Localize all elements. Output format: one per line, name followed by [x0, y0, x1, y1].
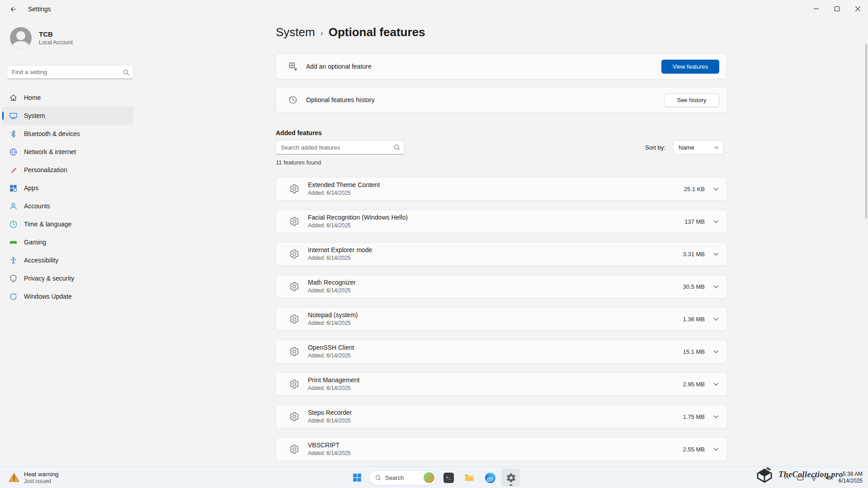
optional-features-history-card: Optional features history See history: [276, 87, 727, 113]
windows-logo-icon: [352, 473, 362, 483]
close-icon: [855, 6, 860, 11]
component-gear-icon: [289, 346, 300, 357]
feature-row[interactable]: Math Recognizer Added: 6/14/2025 30.5 MB: [276, 275, 727, 298]
active-indicator: [2, 112, 4, 120]
expand-chevron-button[interactable]: [709, 312, 723, 326]
expand-chevron-button[interactable]: [709, 247, 723, 261]
component-gear-icon: [289, 411, 300, 422]
active-app-indicator: [509, 484, 513, 486]
expand-chevron-button[interactable]: [709, 377, 723, 391]
sidebar-item-personalization[interactable]: Personalization: [2, 161, 133, 179]
widgets-weather-button[interactable]: Heat warning Just issued: [4, 468, 63, 487]
sidebar-item-bluetooth-devices[interactable]: Bluetooth & devices: [2, 125, 133, 143]
tray-chevron-button[interactable]: [781, 470, 792, 485]
back-button[interactable]: [5, 3, 21, 15]
expand-chevron-button[interactable]: [709, 215, 723, 228]
tray-clock[interactable]: 5:38 AM 6/14/2025: [836, 471, 865, 484]
sidebar-item-label: Privacy & security: [24, 275, 74, 282]
scrollbar-thumb[interactable]: [865, 43, 867, 219]
expand-chevron-button[interactable]: [709, 410, 723, 423]
add-feature-label: Add an optional feature: [306, 63, 372, 70]
feature-name: Notepad (system): [308, 311, 358, 319]
sidebar-item-home[interactable]: Home: [2, 89, 133, 107]
edge-browser-button[interactable]: [481, 469, 499, 487]
component-gear-icon: [289, 216, 300, 227]
sidebar-search: [7, 65, 133, 79]
feature-row[interactable]: Print Management Added: 6/14/2025 2.95 M…: [276, 372, 727, 396]
sidebar-item-windows-update[interactable]: Windows Update: [2, 287, 133, 305]
cloud-icon: [796, 474, 804, 482]
widget-subtitle: Just issued: [24, 478, 59, 484]
account-block[interactable]: TCB Local Account: [10, 27, 73, 49]
add-optional-feature-card: Add an optional feature View features: [276, 53, 727, 80]
search-highlight-icon: [424, 472, 434, 483]
feature-added-date: Added: 6/14/2025: [308, 450, 351, 457]
gaming-icon: [9, 238, 18, 247]
sidebar-item-accessibility[interactable]: Accessibility: [2, 251, 133, 269]
search-added-features-input[interactable]: [276, 140, 404, 155]
expand-chevron-button[interactable]: [709, 182, 723, 196]
feature-added-date: Added: 6/14/2025: [308, 190, 380, 197]
wifi-icon: [810, 474, 818, 482]
feature-name: Math Recognizer: [308, 279, 356, 286]
sidebar-item-apps[interactable]: Apps: [2, 179, 133, 197]
feature-name: Extended Theme Content: [308, 181, 380, 189]
chevron-down-icon: [712, 347, 720, 356]
chevron-down-icon: [712, 315, 720, 323]
volume-icon: [824, 474, 832, 482]
avatar: [10, 27, 32, 49]
feature-row[interactable]: Internet Explorer mode Added: 6/14/2025 …: [276, 242, 727, 266]
feature-row[interactable]: Steps Recorder Added: 6/14/2025 1.75 MB: [276, 405, 727, 428]
expand-chevron-button[interactable]: [709, 442, 723, 456]
settings-app-button[interactable]: [502, 469, 520, 487]
taskbar: Heat warning Just issued Search >_: [0, 466, 868, 488]
sidebar-item-label: Network & internet: [24, 148, 76, 155]
terminal-app-button[interactable]: >_: [439, 469, 458, 487]
taskbar-search[interactable]: Search: [369, 470, 437, 485]
network-icon: [9, 147, 18, 156]
feature-row[interactable]: Notepad (system) Added: 6/14/2025 1.36 M…: [276, 307, 727, 331]
add-feature-icon: [288, 61, 298, 71]
sidebar-item-accounts[interactable]: Accounts: [2, 197, 133, 215]
chevron-down-icon: [712, 380, 720, 388]
sidebar-item-label: Personalization: [24, 166, 67, 174]
expand-chevron-button[interactable]: [709, 280, 723, 293]
breadcrumb-system-link[interactable]: System: [276, 25, 315, 39]
feature-row[interactable]: Facial Recognition (Windows Hello) Added…: [276, 210, 727, 233]
find-a-setting-input[interactable]: [7, 65, 133, 79]
minimize-button[interactable]: [806, 0, 826, 17]
start-button[interactable]: [348, 469, 366, 487]
feature-name: OpenSSH Client: [308, 344, 354, 352]
feature-size: 25.1 KB: [684, 186, 705, 192]
view-features-button[interactable]: View features: [661, 60, 719, 74]
component-gear-icon: [289, 249, 300, 259]
settings-window: Settings TCB Local Account: [0, 0, 868, 466]
sidebar-item-time-language[interactable]: Time & language: [2, 215, 133, 233]
sidebar: TCB Local Account Home System: [0, 18, 136, 445]
sort-dropdown[interactable]: Name: [673, 140, 724, 155]
file-explorer-button[interactable]: [460, 469, 478, 487]
feature-added-date: Added: 6/14/2025: [308, 320, 358, 327]
feature-row[interactable]: Extended Theme Content Added: 6/14/2025 …: [276, 177, 727, 201]
network-tray-button[interactable]: [808, 470, 820, 485]
sidebar-item-privacy-security[interactable]: Privacy & security: [2, 269, 133, 287]
sidebar-item-system[interactable]: System: [2, 107, 133, 125]
desktop: Settings TCB Local Account: [0, 0, 868, 488]
expand-chevron-button[interactable]: [709, 345, 723, 358]
accounts-icon: [9, 202, 18, 211]
volume-tray-button[interactable]: [822, 470, 834, 485]
sidebar-item-network-internet[interactable]: Network & internet: [2, 143, 133, 161]
feature-size: 137 MB: [684, 218, 705, 225]
sidebar-item-gaming[interactable]: Gaming: [2, 233, 133, 251]
minimize-icon: [814, 6, 819, 11]
see-history-button[interactable]: See history: [664, 93, 719, 107]
maximize-icon: [835, 6, 840, 11]
feature-row[interactable]: OpenSSH Client Added: 6/14/2025 15.1 MB: [276, 340, 727, 363]
added-features-heading: Added features: [276, 129, 322, 136]
search-icon: [123, 69, 130, 76]
close-button[interactable]: [847, 0, 868, 17]
maximize-button[interactable]: [826, 0, 847, 17]
onedrive-tray-button[interactable]: [794, 470, 806, 485]
feature-row[interactable]: VBSCRIPT Added: 6/14/2025 2.55 MB: [276, 437, 727, 461]
feature-size: 2.55 MB: [683, 446, 705, 453]
